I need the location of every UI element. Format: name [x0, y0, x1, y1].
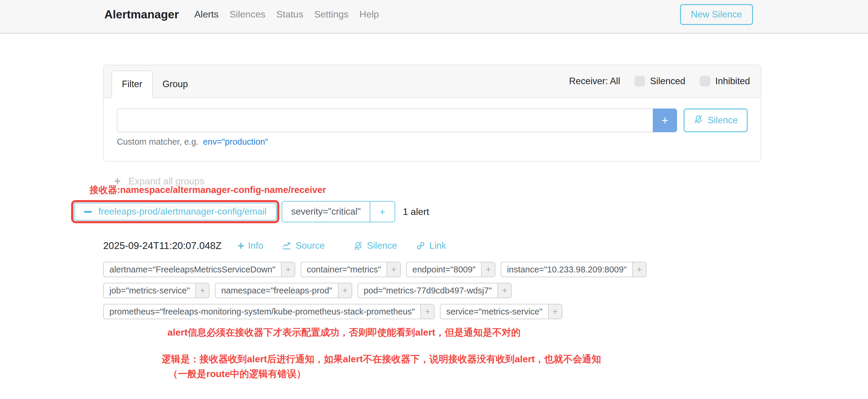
label-row: prometheus="freeleaps-monitoring-system/…: [103, 304, 647, 319]
label-text: alertname="FreeleapsMetricsServiceDown": [104, 262, 281, 277]
new-silence-button[interactable]: New Silence: [680, 4, 753, 25]
group-matcher-button[interactable]: severity="critical": [282, 201, 370, 222]
tab-filter[interactable]: Filter: [112, 70, 153, 98]
receiver-group-button[interactable]: freeleaps-prod/alertmanager-config/email: [74, 203, 277, 220]
silence-filter-button[interactable]: Silence: [684, 109, 748, 132]
alert-timestamp: 2025-09-24T11:20:07.048Z: [103, 240, 221, 251]
link-action-label: Link: [429, 240, 446, 251]
bell-slash-icon: [693, 114, 704, 127]
filter-card-body: + Silence Custom matcher, e.g. env="prod…: [104, 98, 761, 147]
label-chip-endpoint: endpoint="8009" +: [406, 262, 495, 277]
annotation-highlight-box: freeleaps-prod/alertmanager-config/email: [71, 200, 279, 223]
filter-options: Receiver: All Silenced Inhibited: [569, 76, 750, 87]
main-nav: Alerts Silences Status Settings Help: [194, 9, 379, 20]
inhibited-label[interactable]: Inhibited: [715, 76, 750, 87]
link-action[interactable]: Link: [416, 240, 446, 251]
nav-item-alerts[interactable]: Alerts: [194, 9, 218, 20]
helper-example-link[interactable]: env="production": [203, 137, 268, 147]
label-text: endpoint="8009": [407, 262, 481, 277]
filter-card: Filter Group Receiver: All Silenced Inhi…: [103, 65, 761, 161]
bell-slash-icon: [353, 241, 363, 251]
tab-group[interactable]: Group: [153, 70, 198, 98]
group-matcher-add-button[interactable]: +: [370, 201, 395, 222]
silence-action-label: Silence: [367, 240, 397, 251]
label-row: alertname="FreeleapsMetricsServiceDown" …: [103, 262, 647, 277]
nav-item-silences[interactable]: Silences: [229, 9, 265, 20]
label-text: job="metrics-service": [104, 283, 195, 298]
info-action[interactable]: + Info: [238, 240, 263, 251]
label-chip-alertname: alertname="FreeleapsMetricsServiceDown" …: [103, 262, 295, 277]
matcher-input-group: +: [117, 109, 677, 132]
label-chip-pod: pod="metrics-77d9cdb497-wdsj7" +: [358, 283, 512, 298]
matcher-helper: Custom matcher, e.g. env="production": [117, 137, 748, 147]
label-text: container="metrics": [301, 262, 386, 277]
add-label-filter-button[interactable]: +: [338, 283, 351, 298]
add-label-filter-button[interactable]: +: [497, 283, 511, 298]
silence-action[interactable]: Silence: [353, 240, 397, 251]
filter-card-header: Filter Group Receiver: All Silenced Inhi…: [104, 65, 761, 98]
add-label-filter-button[interactable]: +: [281, 262, 295, 277]
label-text: instance="10.233.98.209:8009": [501, 262, 632, 277]
matcher-row: + Silence: [117, 109, 748, 132]
add-label-filter-button[interactable]: +: [195, 283, 209, 298]
label-chip-prometheus: prometheus="freeleaps-monitoring-system/…: [103, 304, 435, 319]
annotation-note-1: alert信息必须在接收器下才表示配置成功，否则即使能看到alert，但是通知是…: [167, 326, 521, 339]
nav-item-settings[interactable]: Settings: [314, 9, 349, 20]
label-text: prometheus="freeleaps-monitoring-system/…: [104, 304, 421, 319]
matcher-input[interactable]: [117, 109, 653, 132]
group-matcher-chip: severity="critical" +: [282, 201, 395, 222]
label-chip-container: container="metrics" +: [301, 262, 401, 277]
add-label-filter-button[interactable]: +: [421, 304, 434, 319]
label-chip-job: job="metrics-service" +: [103, 283, 210, 298]
alert-labels: alertname="FreeleapsMetricsServiceDown" …: [103, 262, 647, 319]
silenced-label[interactable]: Silenced: [650, 76, 685, 87]
nav-item-help[interactable]: Help: [360, 9, 379, 20]
silenced-checkbox[interactable]: [634, 76, 645, 87]
plus-icon: +: [238, 240, 244, 251]
annotation-note-2: 逻辑是：接收器收到alert后进行通知，如果alert不在接收器下，说明接收器没…: [161, 353, 601, 366]
add-label-filter-button[interactable]: +: [481, 262, 495, 277]
add-label-filter-button[interactable]: +: [632, 262, 646, 277]
alert-meta-row: 2025-09-24T11:20:07.048Z + Info Source S…: [103, 240, 446, 251]
minus-icon: [84, 211, 92, 213]
annotation-note-3: （一般是route中的逻辑有错误）: [168, 368, 306, 380]
annotation-receiver-note: 接收器:namespace/altermanager-config-name/r…: [90, 184, 326, 196]
label-row: job="metrics-service" + namespace="freel…: [103, 283, 647, 298]
inhibited-checkbox[interactable]: [700, 76, 710, 87]
label-chip-instance: instance="10.233.98.209:8009" +: [501, 262, 647, 277]
alert-count: 1 alert: [403, 206, 429, 217]
label-chip-service: service="metrics-service" +: [440, 304, 562, 319]
add-label-filter-button[interactable]: +: [548, 304, 562, 319]
receiver-group-name: freeleaps-prod/alertmanager-config/email: [98, 206, 267, 217]
filter-tabs: Filter Group: [112, 70, 198, 98]
add-label-filter-button[interactable]: +: [386, 262, 400, 277]
info-action-label: Info: [248, 240, 264, 251]
silence-filter-label: Silence: [708, 115, 738, 126]
helper-text: Custom matcher, e.g.: [117, 137, 198, 147]
alert-group-row: freeleaps-prod/alertmanager-config/email…: [71, 200, 429, 223]
label-text: pod="metrics-77d9cdb497-wdsj7": [358, 283, 497, 298]
receiver-filter-label[interactable]: Receiver: All: [569, 76, 620, 87]
label-chip-namespace: namespace="freeleaps-prod" +: [215, 283, 352, 298]
source-action[interactable]: Source: [282, 240, 324, 251]
chart-icon: [282, 241, 292, 251]
nav-item-status[interactable]: Status: [276, 9, 303, 20]
source-action-label: Source: [296, 240, 324, 251]
add-matcher-button[interactable]: +: [653, 109, 677, 132]
label-text: namespace="freeleaps-prod": [216, 283, 338, 298]
top-navbar: Alertmanager Alerts Silences Status Sett…: [0, 0, 868, 34]
app-brand: Alertmanager: [104, 8, 179, 21]
label-text: service="metrics-service": [440, 304, 548, 319]
link-icon: [416, 241, 425, 250]
